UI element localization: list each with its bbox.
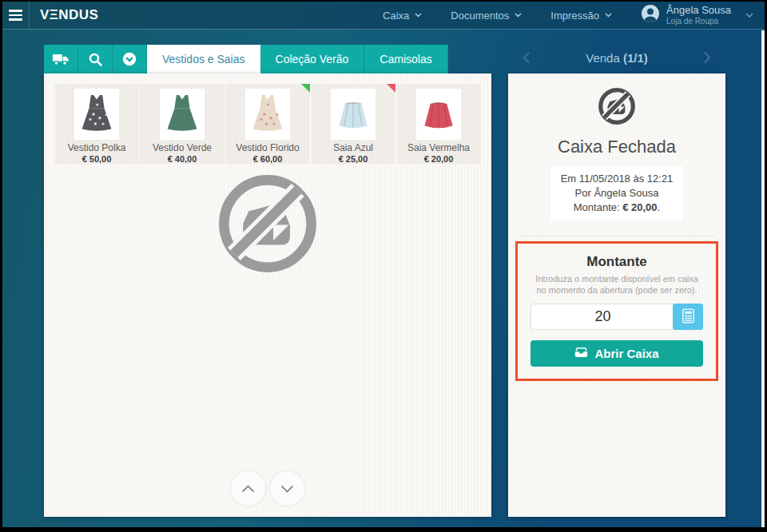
product-card[interactable]: Saia Vermelha € 20,00 [396, 84, 481, 164]
chevron-down-icon [515, 13, 522, 18]
app-screen: VΞNDUS Caixa Documentos Impressão [2, 2, 765, 527]
hamburger-menu-icon[interactable] [2, 2, 30, 30]
scroll-up-button[interactable] [230, 470, 266, 506]
navbar-right: Caixa Documentos Impressão [383, 4, 765, 26]
product-name: Vestido Polka [54, 142, 139, 153]
product-card[interactable]: Saia Azul € 25,00 [311, 84, 395, 164]
menu-documentos[interactable]: Documentos [451, 10, 522, 22]
product-row: Vestido Polka € 50,00 Vestido Verde [44, 73, 491, 164]
cash-drawer-icon [574, 347, 588, 360]
register-closed-icon [212, 168, 324, 283]
tab-strip: Vestidos e SaiasColeção VerãoCamisolas [44, 45, 448, 73]
product-image [416, 89, 461, 140]
product-card[interactable]: Vestido Polka € 50,00 [54, 84, 139, 164]
product-name: Saia Azul [311, 142, 395, 153]
product-price: € 25,00 [311, 154, 395, 164]
tab-camisolas[interactable]: Camisolas [364, 45, 447, 73]
chevron-down-icon [605, 13, 612, 18]
product-image [245, 89, 290, 140]
product-name: Vestido Verde [140, 142, 225, 153]
user-name: Ângela Sousa [666, 5, 731, 17]
product-name: Saia Vermelha [396, 142, 481, 153]
scroll-buttons [230, 470, 305, 506]
product-price: € 50,00 [54, 154, 139, 164]
closed-date: Em 11/05/2018 às 12:21 [561, 172, 674, 186]
product-price: € 60,00 [225, 154, 310, 164]
register-closed-icon [508, 85, 725, 130]
open-register-button[interactable]: Abrir Caixa [531, 340, 703, 367]
montante-highlight-box: Montante Introduza o montante disponível… [515, 241, 718, 381]
page-scrollbar[interactable] [761, 30, 765, 527]
calculator-button[interactable] [673, 304, 703, 330]
products-panel: Vestido Polka € 50,00 Vestido Verde [44, 73, 491, 517]
closed-by: Por Ângela Sousa [561, 186, 674, 200]
product-image [160, 89, 205, 140]
calculator-icon [682, 308, 694, 326]
previous-sale-chevron[interactable] [523, 51, 531, 64]
user-info: Ângela Sousa Loja de Roupa [666, 5, 731, 26]
product-name: Vestido Florido [225, 142, 310, 153]
chevron-down-icon [415, 13, 422, 18]
product-price: € 20,00 [396, 154, 481, 164]
sale-panel: Caixa Fechada Em 11/05/2018 às 12:21 Por… [508, 73, 725, 517]
closed-amount: Montante: € 20,00. [561, 200, 674, 215]
search-icon-tab[interactable] [78, 45, 113, 73]
register-info-box: Em 11/05/2018 às 12:21 Por Ângela Sousa … [550, 166, 684, 220]
montante-heading: Montante [531, 254, 703, 270]
product-image [74, 89, 119, 140]
product-card[interactable]: Vestido Verde € 40,00 [140, 84, 225, 164]
amount-input[interactable] [531, 304, 674, 330]
montante-helper-text: Introduza o montante disponível em caixa… [532, 273, 701, 296]
menu-impressao[interactable]: Impressão [550, 10, 612, 22]
corner-flag [301, 84, 310, 93]
product-card[interactable]: Vestido Florido € 60,00 [225, 84, 310, 164]
tab-vestidos-e-saias[interactable]: Vestidos e Saias [147, 45, 260, 73]
menu-caixa[interactable]: Caixa [383, 10, 422, 22]
status-heading: Caixa Fechada [508, 137, 725, 157]
user-menu[interactable]: Ângela Sousa Loja de Roupa [641, 4, 753, 26]
user-store: Loja de Roupa [666, 17, 731, 26]
sale-header: Venda (1/1) [508, 45, 725, 70]
top-navbar: VΞNDUS Caixa Documentos Impressão [2, 2, 765, 30]
scroll-down-button[interactable] [269, 470, 305, 506]
sale-title: Venda (1/1) [586, 51, 648, 65]
product-image [331, 89, 376, 140]
amount-input-row [531, 304, 703, 330]
delivery-truck-icon-tab[interactable] [44, 45, 78, 73]
product-price: € 40,00 [140, 154, 225, 164]
avatar-icon [641, 4, 660, 26]
divider [518, 236, 716, 236]
chevron-down-icon [745, 13, 753, 18]
next-sale-chevron[interactable] [703, 51, 711, 64]
circle-chevron-down-icon-tab[interactable] [113, 45, 147, 73]
corner-flag [387, 84, 395, 93]
vendus-logo[interactable]: VΞNDUS [40, 7, 98, 23]
tab-coleção-verão[interactable]: Coleção Verão [260, 45, 365, 73]
